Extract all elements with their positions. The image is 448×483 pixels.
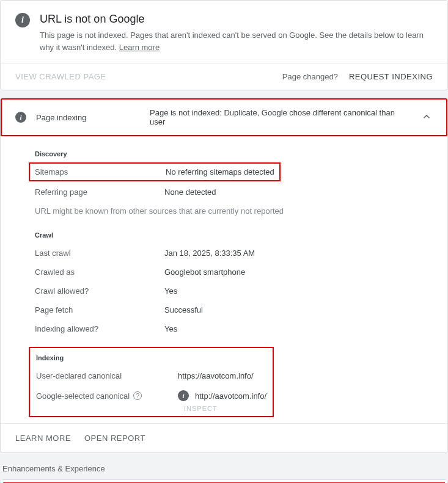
enhancements-heading: Enhancements & Experience [2, 464, 448, 473]
user-canonical-row: User-declared canonical https://aavotcom… [36, 366, 266, 385]
header-text: URL is not on Google This page is not in… [40, 13, 433, 53]
page-indexing-expand-row[interactable]: i Page indexing Page is not indexed: Dup… [1, 98, 447, 136]
indexing-allowed-row: Indexing allowed? Yes [35, 319, 433, 338]
page-title: URL is not on Google [40, 13, 433, 26]
page-fetch-value: Successful [164, 305, 433, 314]
indexing-allowed-value: Yes [164, 324, 433, 333]
learn-more-link[interactable]: Learn more [119, 43, 160, 52]
indexing-footer-actions: LEARN MORE OPEN REPORT [1, 423, 447, 452]
open-report-button[interactable]: OPEN REPORT [84, 434, 145, 443]
info-icon: i [178, 390, 189, 401]
page-indexing-label: Page indexing [36, 113, 140, 122]
desc-text: This page is not indexed. Pages that are… [40, 31, 424, 52]
indexing-details: Discovery Sitemaps No referring sitemaps… [1, 136, 447, 417]
actions-right: Page changed? REQUEST INDEXING [282, 72, 433, 81]
crawled-as-row: Crawled as Googlebot smartphone [35, 263, 433, 281]
header-actions: VIEW CRAWLED PAGE Page changed? REQUEST … [1, 63, 447, 90]
last-crawl-row: Last crawl Jan 18, 2025, 8:33:35 AM [35, 244, 433, 263]
google-canonical-row: Google-selected canonical ? i http://aav… [36, 385, 266, 406]
page-description: This page is not indexed. Pages that are… [40, 29, 433, 53]
info-icon: i [15, 112, 26, 123]
crawl-allowed-key: Crawl allowed? [35, 286, 164, 296]
user-canonical-key: User-declared canonical [36, 371, 178, 380]
referring-page-key: Referring page [35, 187, 164, 197]
page-changed-label: Page changed? [282, 72, 338, 81]
indexing-section-title: Indexing [36, 354, 266, 361]
sitemaps-value: No referring sitemaps detected [166, 167, 274, 176]
help-icon[interactable]: ? [133, 391, 142, 400]
user-canonical-value: https://aavotcom.info/ [178, 371, 266, 380]
indexing-allowed-key: Indexing allowed? [35, 324, 164, 333]
request-indexing-button[interactable]: REQUEST INDEXING [349, 72, 433, 81]
chevron-up-icon [420, 111, 433, 125]
sitemaps-row: Sitemaps No referring sitemaps detected [29, 162, 281, 181]
discovery-note: URL might be known from other sources th… [35, 202, 433, 220]
page-fetch-row: Page fetch Successful [35, 300, 433, 319]
last-crawl-key: Last crawl [35, 249, 164, 258]
crawl-allowed-value: Yes [164, 286, 433, 296]
page-indexing-card: i Page indexing Page is not indexed: Dup… [0, 98, 448, 453]
last-crawl-value: Jan 18, 2025, 8:33:35 AM [164, 249, 433, 258]
google-canonical-value: i http://aavotcom.info/ [178, 390, 266, 401]
header-main: i URL is not on Google This page is not … [1, 1, 447, 63]
learn-more-button[interactable]: LEARN MORE [15, 434, 71, 443]
crawled-as-value: Googlebot smartphone [164, 267, 433, 277]
referring-page-value: None detected [164, 187, 433, 197]
info-icon: i [15, 13, 30, 27]
sitemaps-key: Sitemaps [35, 167, 166, 176]
discovery-title: Discovery [35, 150, 433, 158]
inspect-button[interactable]: INSPECT [184, 405, 266, 412]
page-fetch-key: Page fetch [35, 305, 164, 314]
google-canonical-key-text: Google-selected canonical [36, 391, 130, 401]
https-card: ! HTTPS HTTPS is invalid and might preve… [0, 479, 448, 483]
crawled-as-key: Crawled as [35, 267, 164, 277]
google-canonical-url: http://aavotcom.info/ [195, 391, 266, 401]
note-text: URL might be known from other sources th… [35, 206, 284, 216]
referring-page-row: Referring page None detected [35, 183, 433, 202]
google-canonical-key: Google-selected canonical ? [36, 391, 178, 401]
page-indexing-status: Page is not indexed: Duplicate, Google c… [150, 108, 411, 126]
crawl-allowed-row: Crawl allowed? Yes [35, 281, 433, 300]
url-status-card: i URL is not on Google This page is not … [0, 0, 448, 90]
indexing-section-box: Indexing User-declared canonical https:/… [29, 347, 274, 417]
crawl-title: Crawl [35, 231, 433, 239]
view-crawled-page-button: VIEW CRAWLED PAGE [15, 72, 106, 81]
